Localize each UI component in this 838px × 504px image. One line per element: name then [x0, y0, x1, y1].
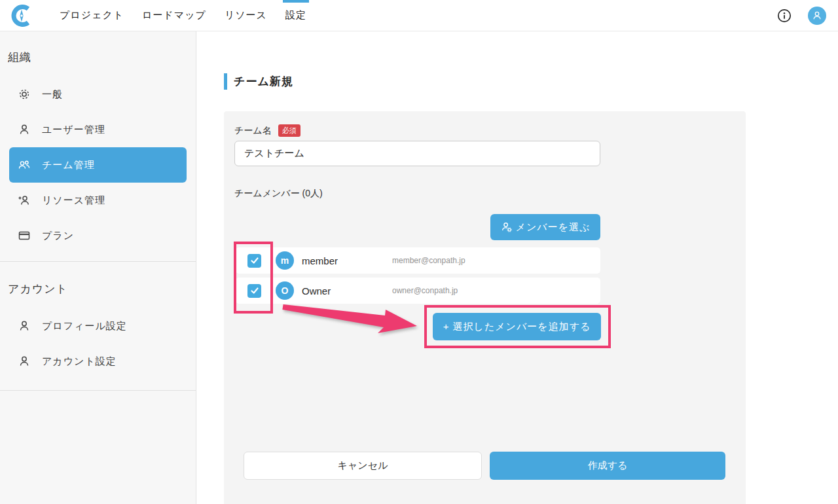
sidebar-item-label: ユーザー管理: [42, 124, 105, 136]
sidebar-section-account: アカウント: [0, 281, 196, 297]
member-name: Owner: [302, 285, 379, 297]
add-selected-members-button[interactable]: + 選択したメンバーを追加する: [433, 313, 601, 340]
nav-item-label: ロードマップ: [142, 9, 206, 22]
person-icon: [18, 319, 31, 333]
team-name-label: チーム名: [234, 125, 272, 137]
member-checkbox[interactable]: [247, 254, 261, 268]
member-email: owner@conpath.jp: [392, 286, 458, 295]
member-email: member@conpath.jp: [392, 256, 465, 265]
sidebar-item-label: チーム管理: [42, 159, 95, 171]
select-members-button-label: メンバーを選ぶ: [516, 221, 591, 234]
main-nav: プロジェクト ロードマップ リソース 設定: [50, 0, 316, 31]
sidebar-divider: [0, 261, 196, 262]
create-button[interactable]: 作成する: [490, 452, 725, 480]
required-badge: 必須: [278, 124, 301, 137]
cancel-button[interactable]: キャンセル: [244, 452, 482, 480]
person-add-icon: [18, 194, 31, 207]
member-avatar: O: [276, 281, 294, 300]
sidebar-item-label: リソース管理: [42, 194, 105, 207]
new-team-form-panel: チーム名 必須 チームメンバー (0人) メンバーを選ぶ m memb: [224, 111, 746, 504]
nav-item-roadmap[interactable]: ロードマップ: [133, 0, 215, 31]
nav-item-settings[interactable]: 設定: [276, 0, 316, 31]
sidebar-item-label: プラン: [42, 230, 74, 242]
people-icon: [18, 158, 31, 171]
person-icon: [18, 123, 31, 136]
main-content: チーム新規 チーム名 必須 チームメンバー (0人) メンバーを選ぶ: [197, 31, 838, 504]
member-row: O Owner owner@conpath.jp: [236, 278, 600, 304]
check-icon: [250, 286, 259, 295]
active-tab-indicator: [283, 0, 309, 3]
team-members-count-label: チームメンバー (0人): [234, 188, 323, 200]
nav-item-label: リソース: [225, 9, 267, 22]
sidebar-item-resource-management[interactable]: リソース管理: [9, 183, 187, 218]
conpath-logo-icon[interactable]: [10, 4, 33, 27]
info-icon[interactable]: [776, 8, 792, 24]
person-icon: [18, 355, 31, 368]
team-name-label-row: チーム名 必須: [234, 124, 301, 137]
nav-item-label: 設定: [285, 9, 306, 22]
sidebar-item-general[interactable]: 一般: [9, 77, 187, 112]
sidebar-item-profile-settings[interactable]: プロフィール設定: [9, 308, 187, 344]
top-navbar: プロジェクト ロードマップ リソース 設定: [0, 0, 838, 31]
nav-item-label: プロジェクト: [60, 9, 124, 22]
sidebar-section-organization: 組織: [0, 50, 196, 65]
sidebar-item-account-settings[interactable]: アカウント設定: [9, 344, 187, 379]
sidebar-item-plan[interactable]: プラン: [9, 218, 187, 253]
team-name-input[interactable]: [234, 141, 600, 166]
member-avatar: m: [276, 251, 294, 270]
sidebar-divider: [0, 390, 196, 391]
page-title: チーム新規: [234, 74, 293, 89]
person-gear-icon: [501, 221, 513, 233]
nav-item-projects[interactable]: プロジェクト: [50, 0, 133, 31]
credit-card-icon: [18, 229, 31, 242]
gear-icon: [18, 88, 31, 101]
title-accent-bar: [224, 73, 227, 90]
check-icon: [250, 256, 259, 265]
member-name: member: [302, 255, 379, 266]
sidebar-item-label: アカウント設定: [42, 355, 117, 368]
user-avatar[interactable]: [808, 7, 826, 25]
sidebar-item-team-management[interactable]: チーム管理: [9, 147, 187, 183]
page-head: チーム新規: [224, 73, 293, 90]
sidebar-item-label: 一般: [42, 88, 63, 101]
annotation-arrow: [280, 301, 424, 339]
nav-item-resources[interactable]: リソース: [215, 0, 276, 31]
member-checkbox[interactable]: [247, 284, 261, 298]
navbar-right: [776, 7, 838, 25]
sidebar-item-label: プロフィール設定: [42, 320, 127, 333]
settings-sidebar: 組織 一般 ユーザー管理 チーム管理: [0, 31, 196, 504]
select-members-button[interactable]: メンバーを選ぶ: [490, 214, 600, 240]
sidebar-item-user-management[interactable]: ユーザー管理: [9, 112, 187, 147]
member-row: m member member@conpath.jp: [236, 247, 600, 274]
